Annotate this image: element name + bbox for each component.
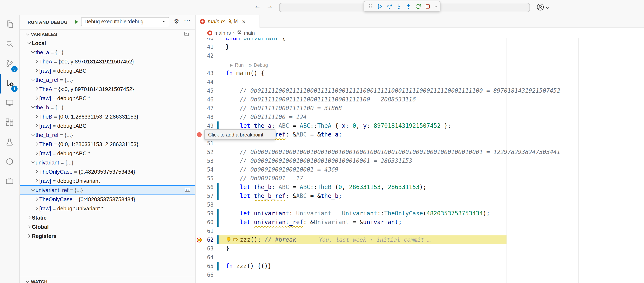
code-line-53[interactable]: 53 // 0b00010001000100010001000100010001… (196, 157, 644, 165)
chevron-collapsed-icon[interactable] (34, 169, 39, 175)
account-menu-button[interactable] (536, 3, 550, 13)
line-number[interactable]: 61 (196, 227, 214, 235)
tab-main-rs[interactable]: main.rs 9, M × (196, 15, 260, 27)
nav-forward-button[interactable]: → (266, 2, 273, 10)
chevron-collapsed-icon[interactable] (34, 205, 39, 211)
variable-row-the_a_ref[interactable]: the_a_ref = {...} (20, 75, 195, 84)
chevron-expanded-icon[interactable] (30, 77, 36, 83)
code-line-57[interactable]: 57 let the_b_ref: &ABC = &the_b; (196, 192, 644, 200)
line-number[interactable]: 55 (196, 174, 214, 183)
code-line-63[interactable]: 63} (196, 244, 644, 253)
chevron-expanded-icon[interactable] (30, 104, 36, 110)
line-number[interactable]: 47 (196, 104, 214, 113)
variable-row-TheA[interactable]: TheA = {x:0, y:8970181431921507452} (20, 57, 195, 66)
stop-dropdown-button[interactable] (432, 2, 439, 11)
activity-bar-item-explorer[interactable] (0, 15, 19, 35)
lightbulb-icon[interactable] (226, 236, 232, 243)
chevron-collapsed-icon[interactable] (34, 150, 39, 156)
variable-row-raw[interactable]: [raw] = debug::ABC (20, 66, 195, 75)
line-number[interactable]: 57 (196, 192, 214, 200)
variable-row-raw[interactable]: [raw] = debug::ABC (20, 121, 195, 130)
variable-row-the_b[interactable]: the_b = {...} (20, 103, 195, 112)
debug-settings-gear-icon[interactable]: ⚙ (174, 18, 179, 24)
chevron-collapsed-icon[interactable] (34, 178, 39, 184)
variable-row-TheB[interactable]: TheB = {0:0, 1:286331153, 2:286331153} (20, 139, 195, 149)
chevron-collapsed-icon[interactable] (34, 123, 39, 129)
chevron-collapsed-icon[interactable] (34, 68, 39, 73)
breadcrumb-file[interactable]: main.rs (214, 30, 231, 36)
watch-section-header[interactable]: WATCH (20, 277, 195, 283)
variable-row-TheOnlyCase[interactable]: TheOnlyCase = {0:4820353753753434} (20, 195, 195, 204)
scope-row-registers[interactable]: Registers (20, 231, 195, 241)
activity-bar-item-remote[interactable] (0, 93, 19, 113)
variable-row-raw[interactable]: [raw] = debug::Univariant (20, 176, 195, 185)
line-number[interactable]: 60 (196, 218, 214, 227)
codelens-run-link[interactable]: Run (235, 61, 244, 70)
chevron-collapsed-icon[interactable] (34, 86, 39, 92)
code-line-54[interactable]: 54 // 0b0001000100010001 = 4369 (196, 165, 644, 174)
line-number[interactable]: 66 (196, 271, 214, 279)
line-number[interactable]: 63 (196, 244, 214, 253)
codelens-debug-link[interactable]: Debug (254, 61, 268, 70)
chevron-collapsed-icon[interactable] (26, 233, 32, 239)
line-number[interactable]: 52 (196, 148, 214, 157)
line-number[interactable]: 42 (196, 51, 214, 60)
activity-bar-item-hexagon[interactable] (0, 152, 19, 172)
restart-button[interactable] (413, 2, 423, 11)
line-number[interactable]: 41 (196, 42, 214, 51)
start-debugging-button[interactable] (74, 19, 79, 26)
code-line-55[interactable]: 55 // 0b00010001 = 17 (196, 174, 644, 183)
code-line-41[interactable]: 41} (196, 42, 644, 51)
code-line-52[interactable]: 52 // 0b00010001000100010001000100010001… (196, 148, 644, 157)
code-line-45[interactable]: 45 // 0b01111100011111000111110001111100… (196, 86, 644, 95)
code-line-59[interactable]: 59 let univariant: Univariant = Univaria… (196, 209, 644, 218)
chevron-expanded-icon[interactable] (26, 40, 32, 46)
line-number[interactable]: 54 (196, 165, 214, 174)
tab-close-button[interactable]: × (242, 18, 246, 24)
line-number[interactable]: 65 (196, 262, 214, 271)
line-number[interactable]: 56 (196, 183, 214, 192)
activity-bar-item-run-and-debug[interactable]: 1 (0, 74, 19, 93)
variable-row-raw[interactable]: [raw] = debug::Univariant * (20, 204, 195, 213)
variable-row-univariant[interactable]: univariant = {...} (20, 158, 195, 167)
activity-bar-item-search[interactable] (0, 35, 19, 54)
scope-row-local[interactable]: Local (20, 38, 195, 48)
view-binary-data-icon[interactable]: 01 (184, 187, 190, 194)
chevron-collapsed-icon[interactable] (34, 95, 39, 101)
line-number[interactable]: 45 (196, 86, 214, 95)
chevron-collapsed-icon[interactable] (34, 114, 39, 119)
code-line-66[interactable]: 66 (196, 271, 644, 279)
line-number[interactable]: 43 (196, 69, 214, 78)
activity-bar-item-remote-explorer[interactable] (0, 172, 19, 192)
activity-bar-item-testing[interactable] (0, 133, 19, 152)
code-line-61[interactable]: 61 (196, 227, 644, 235)
more-actions-button[interactable]: ⋯ (184, 17, 190, 24)
nav-back-button[interactable]: ← (254, 2, 261, 10)
code-line-43[interactable]: 43fn main() { (196, 69, 644, 78)
chevron-expanded-icon[interactable] (30, 159, 36, 165)
line-number[interactable]: 44 (196, 78, 214, 86)
line-number[interactable]: 48 (196, 113, 214, 121)
scope-row-global[interactable]: Global (20, 222, 195, 231)
chevron-expanded-icon[interactable] (30, 49, 36, 55)
chevron-expanded-icon[interactable] (30, 187, 36, 193)
variable-row-TheOnlyCase[interactable]: TheOnlyCase = {0:4820353753753434} (20, 167, 195, 176)
chevron-collapsed-icon[interactable] (34, 141, 39, 147)
code-line-58[interactable]: 58 (196, 200, 644, 209)
chevron-collapsed-icon[interactable] (26, 224, 32, 230)
scope-row-static[interactable]: Static (20, 213, 195, 222)
code-line-65[interactable]: 65fn zzz() {()} (196, 262, 644, 271)
code-line-40[interactable]: 40enum Univariant { (196, 38, 644, 42)
codelens-row[interactable]: Run|⚙Debug (196, 60, 644, 69)
debug-config-dropdown[interactable]: Debug executable 'debug' (81, 17, 169, 26)
chevron-expanded-icon[interactable] (30, 132, 36, 138)
activity-bar-item-extensions[interactable] (0, 113, 19, 133)
line-number[interactable]: 58 (196, 200, 214, 209)
code-line-47[interactable]: 47 // 0b0111110001111100 = 31868 (196, 104, 644, 113)
line-number[interactable]: 59 (196, 209, 214, 218)
line-number[interactable]: 40 (196, 38, 214, 42)
step-out-button[interactable] (404, 2, 413, 11)
variable-row-raw[interactable]: [raw] = debug::ABC * (20, 93, 195, 103)
chevron-collapsed-icon[interactable] (26, 215, 32, 220)
variable-row-raw[interactable]: [raw] = debug::ABC * (20, 149, 195, 158)
